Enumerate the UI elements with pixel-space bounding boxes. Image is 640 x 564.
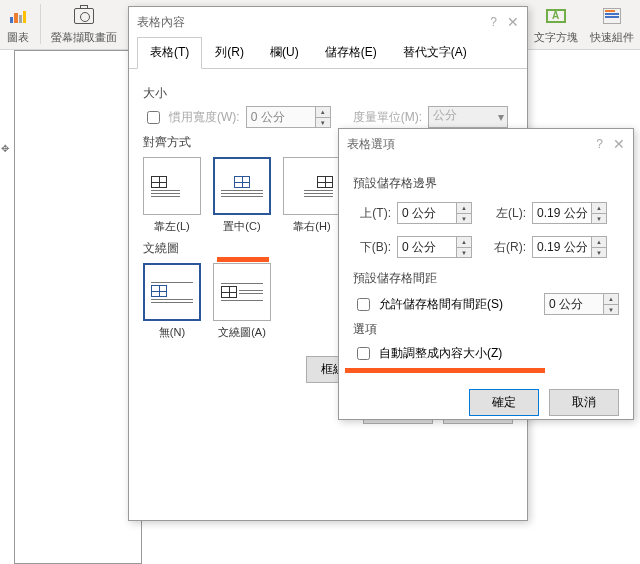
- options-cancel-button[interactable]: 取消: [549, 389, 619, 416]
- spin-up-icon[interactable]: ▲: [456, 202, 472, 213]
- chart-icon: [6, 4, 30, 28]
- ribbon-chart[interactable]: 圖表: [0, 2, 36, 47]
- ribbon-separator: [40, 4, 41, 44]
- tab-alt-text[interactable]: 替代文字(A): [390, 37, 480, 68]
- highlight-align-center: [217, 257, 269, 262]
- spin-up-icon[interactable]: ▲: [456, 236, 472, 247]
- cell-spacing-group-label: 預設儲存格間距: [353, 270, 619, 287]
- margin-left-spinner[interactable]: ▲▼: [532, 202, 607, 224]
- close-icon[interactable]: ✕: [507, 14, 519, 30]
- tab-row[interactable]: 列(R): [202, 37, 257, 68]
- dialog-titlebar[interactable]: 表格內容 ? ✕: [129, 7, 527, 37]
- options-group-label: 選項: [353, 321, 619, 338]
- wrap-none-thumb[interactable]: [143, 263, 201, 321]
- align-left-label: 靠左(L): [154, 219, 189, 234]
- help-icon[interactable]: ?: [596, 137, 603, 151]
- margin-top-spinner[interactable]: ▲▼: [397, 202, 472, 224]
- spin-up-icon[interactable]: ▲: [315, 106, 331, 117]
- align-center-thumb[interactable]: [213, 157, 271, 215]
- size-group-label: 大小: [143, 85, 513, 102]
- align-right-label: 靠右(H): [293, 219, 330, 234]
- allow-spacing-label: 允許儲存格間有間距(S): [379, 296, 503, 313]
- tab-table[interactable]: 表格(T): [137, 37, 202, 69]
- tab-cell[interactable]: 儲存格(E): [312, 37, 390, 68]
- spin-up-icon[interactable]: ▲: [591, 236, 607, 247]
- spin-down-icon[interactable]: ▼: [603, 304, 619, 315]
- margin-right-label: 右(R):: [488, 239, 526, 256]
- spin-down-icon[interactable]: ▼: [591, 213, 607, 224]
- margin-right-spinner[interactable]: ▲▼: [532, 236, 607, 258]
- margin-left-label: 左(L):: [488, 205, 526, 222]
- ribbon-chart-label: 圖表: [7, 30, 29, 45]
- quickparts-icon: [600, 4, 624, 28]
- tab-column[interactable]: 欄(U): [257, 37, 312, 68]
- ribbon-textbox[interactable]: 文字方塊: [528, 2, 584, 47]
- options-ok-button[interactable]: 確定: [469, 389, 539, 416]
- margin-left-input[interactable]: [532, 202, 592, 224]
- align-right-thumb[interactable]: [283, 157, 341, 215]
- dialog-tabs: 表格(T) 列(R) 欄(U) 儲存格(E) 替代文字(A): [129, 37, 527, 69]
- margin-top-input[interactable]: [397, 202, 457, 224]
- ribbon-quickparts-label: 快速組件: [590, 30, 634, 45]
- measure-unit-select[interactable]: 公分: [428, 106, 508, 128]
- help-icon[interactable]: ?: [490, 15, 497, 29]
- preferred-width-checkbox[interactable]: [147, 111, 160, 124]
- dialog-title: 表格內容: [137, 14, 490, 31]
- preferred-width-input[interactable]: [246, 106, 316, 128]
- preferred-width-label: 慣用寬度(W):: [169, 109, 240, 126]
- margin-top-label: 上(T):: [353, 205, 391, 222]
- spin-down-icon[interactable]: ▼: [456, 213, 472, 224]
- document-page: ✥: [14, 50, 142, 564]
- spin-down-icon[interactable]: ▼: [591, 247, 607, 258]
- preferred-width-spinner[interactable]: ▲▼: [246, 106, 331, 128]
- autofit-label: 自動調整成內容大小(Z): [379, 345, 502, 362]
- spin-down-icon[interactable]: ▼: [315, 117, 331, 128]
- table-options-dialog: 表格選項 ? ✕ 預設儲存格邊界 上(T): ▲▼ 左(L): ▲▼: [338, 128, 634, 420]
- allow-spacing-checkbox[interactable]: [357, 298, 370, 311]
- margin-right-input[interactable]: [532, 236, 592, 258]
- table-corner-handle[interactable]: ✥: [1, 143, 9, 154]
- ribbon-screenshot-label: 螢幕擷取畫面: [51, 30, 117, 45]
- measure-unit-label: 度量單位(M):: [353, 109, 422, 126]
- highlight-autofit: [345, 368, 545, 373]
- spin-up-icon[interactable]: ▲: [591, 202, 607, 213]
- wrap-around-label: 文繞圖(A): [218, 325, 266, 340]
- ribbon-screenshot[interactable]: 螢幕擷取畫面: [45, 2, 123, 47]
- align-center-label: 置中(C): [223, 219, 260, 234]
- autofit-checkbox[interactable]: [357, 347, 370, 360]
- margin-bottom-label: 下(B):: [353, 239, 391, 256]
- margin-bottom-spinner[interactable]: ▲▼: [397, 236, 472, 258]
- close-icon[interactable]: ✕: [613, 136, 625, 152]
- options-dialog-titlebar[interactable]: 表格選項 ? ✕: [339, 129, 633, 159]
- spin-down-icon[interactable]: ▼: [456, 247, 472, 258]
- wrap-around-thumb[interactable]: [213, 263, 271, 321]
- cell-margin-group-label: 預設儲存格邊界: [353, 175, 619, 192]
- spacing-spinner[interactable]: ▲▼: [544, 293, 619, 315]
- camera-icon: [72, 4, 96, 28]
- wrap-none-label: 無(N): [159, 325, 185, 340]
- spin-up-icon[interactable]: ▲: [603, 293, 619, 304]
- ribbon-textbox-label: 文字方塊: [534, 30, 578, 45]
- spacing-input[interactable]: [544, 293, 604, 315]
- margin-bottom-input[interactable]: [397, 236, 457, 258]
- ribbon-quickparts[interactable]: 快速組件: [584, 2, 640, 47]
- textbox-icon: [544, 4, 568, 28]
- align-left-thumb[interactable]: [143, 157, 201, 215]
- options-dialog-title: 表格選項: [347, 136, 596, 153]
